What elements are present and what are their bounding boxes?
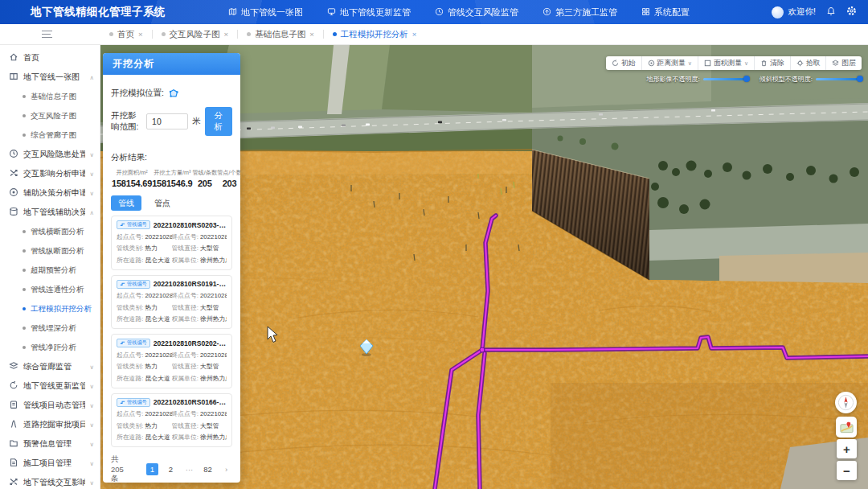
nav-item-risk-monitor[interactable]: 管线交互风险监管 xyxy=(435,6,518,18)
locate-map-button[interactable] xyxy=(836,417,857,438)
range-input[interactable] xyxy=(146,113,188,129)
sidebar-item-clearance-analysis[interactable]: 管线净距分析 xyxy=(0,338,100,357)
bullet-icon xyxy=(23,346,26,349)
menu-collapse-icon[interactable] xyxy=(42,31,52,38)
tab-points[interactable]: 管点 xyxy=(151,195,174,211)
close-icon[interactable]: × xyxy=(309,30,314,39)
slider-knob[interactable] xyxy=(743,76,750,82)
nav-item-update-monitor[interactable]: 地下管线更新监管 xyxy=(327,6,411,18)
opacity-sliders: 地形影像不透明度: 倾斜模型不透明度: xyxy=(647,75,862,84)
bullet-icon xyxy=(23,249,26,253)
panel-title: 开挖分析 xyxy=(103,53,240,75)
map-viewport[interactable]: 开挖分析 开挖模拟位置: 开挖影响范围: 米 分析 分析结果: 开挖面积/m²1 xyxy=(100,45,868,489)
sidebar-item-home[interactable]: 首页 xyxy=(0,48,100,68)
sidebar-item-assist-decision[interactable]: 地下管线辅助决策∧ xyxy=(0,203,100,222)
sidebar-item-pipeline-map[interactable]: 地下管线一张图∧ xyxy=(0,68,100,87)
sidebar-item-update-monitor[interactable]: 地下管线更新监管∨ xyxy=(0,376,100,396)
monitor-icon xyxy=(327,7,336,18)
model-opacity-label: 倾斜模型不透明度: xyxy=(760,75,813,84)
range-unit: 米 xyxy=(192,116,201,127)
bullet-icon xyxy=(23,269,26,272)
crossing-arrows-icon xyxy=(9,168,18,179)
zoom-in-button[interactable]: + xyxy=(837,439,857,458)
nav-item-pipeline-map[interactable]: 地下管线一张图 xyxy=(228,6,303,18)
tab-dot xyxy=(333,32,337,36)
page-2[interactable]: 2 xyxy=(165,463,177,475)
nav-item-system-config[interactable]: 系统配置 xyxy=(641,6,690,18)
target-icon xyxy=(9,187,18,199)
next-page-icon[interactable]: › xyxy=(220,463,232,475)
map-icon xyxy=(228,7,237,18)
sidebar-item-risk-supervision[interactable]: 交互风险隐患处置监督∨ xyxy=(0,145,100,164)
model-opacity-slider[interactable] xyxy=(816,78,862,80)
tab-pipelines[interactable]: 管线 xyxy=(111,195,141,211)
area-measure-button[interactable]: 面积测量∨ xyxy=(698,56,755,70)
pipeline-card[interactable]: 管线编号2022102810RS0191-20221... 起点点号: 2022… xyxy=(111,275,232,330)
sidebar-item-corridor-monitor[interactable]: 综合管廊监管∨ xyxy=(0,357,100,376)
sidebar-item-corridor-map[interactable]: 综合管廊子图 xyxy=(0,125,100,145)
pipeline-card[interactable]: 管线编号2022102810RS0166-20221... 起点点号: 2022… xyxy=(111,393,232,448)
gear-icon[interactable] xyxy=(846,6,857,18)
sidebar-item-connectivity[interactable]: 管线连通性分析 xyxy=(0,280,100,299)
terrain-opacity-slider[interactable] xyxy=(703,78,749,80)
total-count: 共 205 条 xyxy=(111,454,124,483)
tab-dot xyxy=(109,32,113,36)
draw-polygon-icon[interactable] xyxy=(168,88,179,99)
map-toolbar: 初始 距离测量∨ 面积测量∨ 清除 拾取 图层 xyxy=(606,56,862,70)
grid-icon xyxy=(641,7,650,18)
sidebar-item-construction-management[interactable]: 施工项目管理∨ xyxy=(0,454,100,473)
nav-item-thirdparty-monitor[interactable]: 第三方施工监管 xyxy=(542,6,617,18)
tab-dot xyxy=(247,32,251,36)
close-icon[interactable]: × xyxy=(224,30,229,39)
pick-button[interactable]: 拾取 xyxy=(791,56,827,70)
bell-icon[interactable] xyxy=(826,6,836,18)
sidebar-item-risk-map[interactable]: 交互风险子图 xyxy=(0,106,100,125)
sidebar-item-road-excavation-track[interactable]: 道路挖掘审批项目跟...∨ xyxy=(0,415,100,434)
sidebar-item-cross-section[interactable]: 管线横断面分析 xyxy=(0,222,100,241)
layers-button[interactable]: 图层 xyxy=(826,56,862,70)
tab-bar: 首页× 交互风险子图× 基础信息子图× 工程模拟开挖分析× xyxy=(0,24,868,45)
chevron-down-icon: ∨ xyxy=(90,441,95,448)
sidebar-item-longitudinal-section[interactable]: 管线纵断面分析 xyxy=(0,241,100,261)
chevron-down-icon: ∨ xyxy=(90,171,95,178)
tab-home[interactable]: 首页× xyxy=(100,29,152,40)
map-pin-icon xyxy=(839,420,854,435)
close-icon[interactable]: × xyxy=(138,30,143,39)
clear-button[interactable]: 清除 xyxy=(755,56,791,70)
compass-control[interactable] xyxy=(835,392,857,413)
sidebar-item-excavation-analysis[interactable]: 工程模拟开挖分析 xyxy=(0,299,100,318)
chevron-down-icon: ∨ xyxy=(90,402,95,409)
sidebar-item-overdue-warning[interactable]: 超期预警分析 xyxy=(0,261,100,280)
road-icon xyxy=(9,419,18,430)
pipeline-card[interactable]: 管线编号2022102810RS0202-20221... 起点点号: 2022… xyxy=(111,334,232,388)
chevron-down-icon: ∨ xyxy=(90,364,95,371)
page-last[interactable]: 82 xyxy=(202,463,214,475)
stat-area: 开挖面积/m²158154.69 xyxy=(112,169,152,188)
sidebar-item-impact-apply[interactable]: 交互影响分析申请∨ xyxy=(0,164,100,183)
welcome-area[interactable]: 欢迎你! xyxy=(772,6,816,18)
tab-excavation-analysis[interactable]: 工程模拟开挖分析× xyxy=(324,29,426,40)
top-nav: 地下管线一张图 地下管线更新监管 管线交互风险监管 第三方施工监管 系统配置 xyxy=(228,6,690,18)
impact-arrows-icon xyxy=(9,477,18,488)
sidebar-item-warning-info[interactable]: 预警信息管理∨ xyxy=(0,434,100,454)
analyze-button[interactable]: 分析 xyxy=(205,107,232,136)
sidebar-item-project-management[interactable]: 管线项目动态管理∨ xyxy=(0,396,100,415)
close-icon[interactable]: × xyxy=(412,30,417,39)
bullet-icon xyxy=(23,134,26,137)
sidebar-item-depth-analysis[interactable]: 管线埋深分析 xyxy=(0,318,100,338)
sidebar-item-decision-apply[interactable]: 辅助决策分析申请∨ xyxy=(0,183,100,203)
zoom-out-button[interactable]: − xyxy=(837,461,857,480)
sidebar-item-basic-info-map[interactable]: 基础信息子图 xyxy=(0,87,100,106)
page-1[interactable]: 1 xyxy=(146,463,158,475)
pipeline-card[interactable]: 管线编号2022102810RS0203-20221... 起点点号: 2022… xyxy=(111,216,232,270)
tab-interaction-risk[interactable]: 交互风险子图× xyxy=(153,29,238,40)
tab-basic-info[interactable]: 基础信息子图× xyxy=(238,29,323,40)
reset-view-button[interactable]: 初始 xyxy=(606,56,642,70)
chevron-down-icon: ∨ xyxy=(90,460,95,467)
bullet-icon xyxy=(23,95,26,98)
bullet-icon xyxy=(23,288,26,291)
page-ellipsis[interactable]: ··· xyxy=(183,463,195,475)
compass-needle-icon xyxy=(837,394,854,411)
distance-measure-button[interactable]: 距离测量∨ xyxy=(642,56,698,70)
sidebar-item-impact-analysis[interactable]: 地下管线交互影响分析∨ xyxy=(0,473,100,489)
